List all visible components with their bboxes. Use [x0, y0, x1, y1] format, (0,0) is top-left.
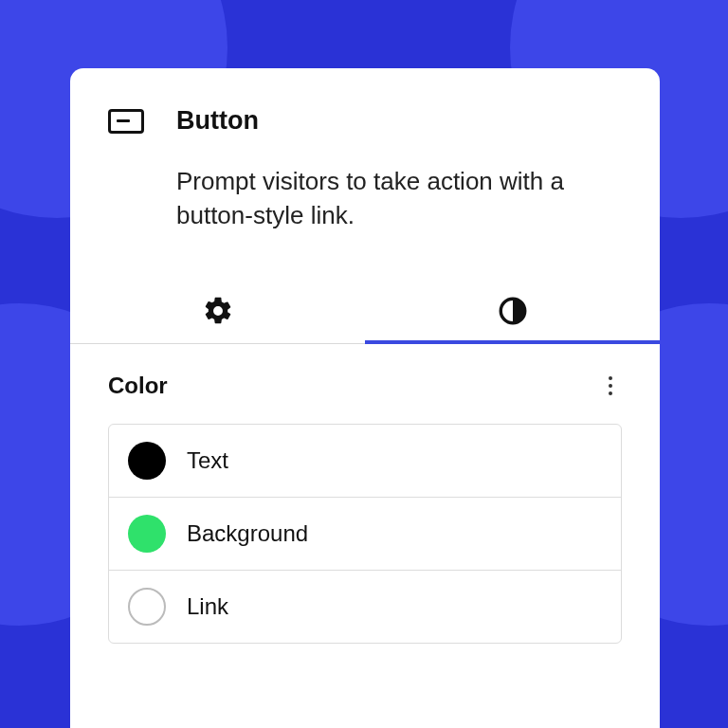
color-item-text[interactable]: Text — [109, 425, 621, 498]
color-item-link[interactable]: Link — [109, 571, 621, 643]
block-title: Button — [176, 106, 259, 136]
block-inspector-panel: Button Prompt visitors to take action wi… — [70, 68, 660, 728]
tab-settings[interactable] — [70, 279, 365, 343]
gear-icon — [202, 295, 234, 327]
kebab-dot-icon — [609, 376, 612, 380]
color-section-title: Color — [108, 373, 168, 399]
block-header: Button Prompt visitors to take action wi… — [70, 68, 660, 233]
color-list: Text Background Link — [108, 424, 622, 644]
color-swatch — [128, 515, 166, 553]
kebab-dot-icon — [609, 391, 612, 395]
kebab-dot-icon — [609, 384, 612, 388]
inspector-tabs — [70, 279, 660, 344]
contrast-icon — [497, 295, 529, 327]
color-section-menu-button[interactable] — [599, 374, 622, 397]
color-label: Text — [187, 447, 228, 474]
color-item-background[interactable]: Background — [109, 498, 621, 571]
color-swatch-empty — [128, 588, 166, 626]
color-label: Link — [187, 593, 228, 620]
color-swatch — [128, 442, 166, 480]
block-description: Prompt visitors to take action with a bu… — [176, 164, 622, 233]
button-block-icon — [108, 109, 144, 134]
color-label: Background — [187, 520, 308, 547]
color-section: Color Text Background Link — [70, 344, 660, 644]
tab-styles[interactable] — [365, 279, 660, 343]
